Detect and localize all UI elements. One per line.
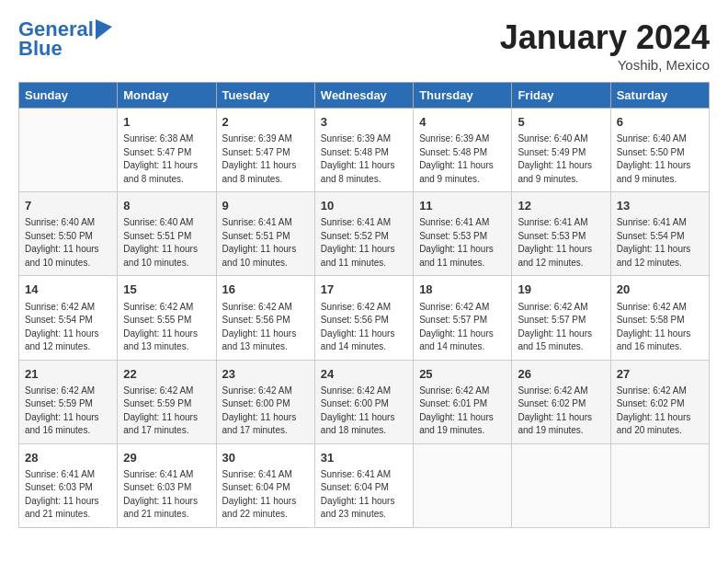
calendar-cell: 19Sunrise: 6:42 AMSunset: 5:57 PMDayligh… [512, 276, 610, 360]
calendar-cell: 15Sunrise: 6:42 AMSunset: 5:55 PMDayligh… [118, 276, 216, 360]
calendar-cell: 8Sunrise: 6:40 AMSunset: 5:51 PMDaylight… [118, 192, 216, 276]
location-subtitle: Yoshib, Mexico [500, 57, 710, 73]
day-info: Sunrise: 6:42 AMSunset: 5:54 PMDaylight:… [25, 301, 111, 354]
day-info: Sunrise: 6:39 AMSunset: 5:48 PMDaylight:… [321, 132, 407, 186]
day-number: 23 [222, 366, 309, 383]
day-info: Sunrise: 6:41 AMSunset: 5:54 PMDaylight:… [617, 216, 703, 270]
weekday-header-thursday: Thursday [414, 83, 512, 109]
calendar-cell: 10Sunrise: 6:41 AMSunset: 5:52 PMDayligh… [314, 192, 413, 276]
page-header: General Blue January 2024 Yoshib, Mexico [18, 18, 710, 73]
day-info: Sunrise: 6:39 AMSunset: 5:47 PMDaylight:… [222, 132, 309, 186]
calendar-cell: 31Sunrise: 6:41 AMSunset: 6:04 PMDayligh… [314, 443, 413, 527]
day-number: 2 [222, 114, 309, 131]
day-info: Sunrise: 6:41 AMSunset: 5:51 PMDaylight:… [222, 216, 309, 270]
day-number: 7 [25, 198, 111, 214]
day-info: Sunrise: 6:42 AMSunset: 5:56 PMDaylight:… [321, 301, 407, 354]
day-number: 25 [419, 366, 506, 383]
day-info: Sunrise: 6:41 AMSunset: 6:04 PMDaylight:… [222, 468, 309, 522]
calendar-cell: 5Sunrise: 6:40 AMSunset: 5:49 PMDaylight… [512, 109, 610, 192]
calendar-cell: 7Sunrise: 6:40 AMSunset: 5:50 PMDaylight… [19, 192, 118, 276]
day-info: Sunrise: 6:42 AMSunset: 5:58 PMDaylight:… [617, 301, 703, 354]
weekday-header-sunday: Sunday [19, 83, 118, 109]
day-info: Sunrise: 6:41 AMSunset: 5:53 PMDaylight:… [518, 216, 604, 270]
day-info: Sunrise: 6:42 AMSunset: 5:55 PMDaylight:… [123, 301, 210, 354]
day-number: 17 [321, 282, 407, 298]
calendar-week-row: 7Sunrise: 6:40 AMSunset: 5:50 PMDaylight… [19, 192, 710, 276]
calendar-cell: 6Sunrise: 6:40 AMSunset: 5:50 PMDaylight… [610, 109, 709, 192]
title-block: January 2024 Yoshib, Mexico [500, 18, 710, 73]
calendar-cell [414, 443, 512, 527]
calendar-cell: 16Sunrise: 6:42 AMSunset: 5:56 PMDayligh… [216, 276, 314, 360]
month-title: January 2024 [500, 18, 710, 57]
day-info: Sunrise: 6:42 AMSunset: 6:02 PMDaylight:… [518, 385, 604, 438]
calendar-cell: 4Sunrise: 6:39 AMSunset: 5:48 PMDaylight… [414, 109, 512, 192]
calendar-cell: 26Sunrise: 6:42 AMSunset: 6:02 PMDayligh… [512, 360, 610, 443]
weekday-header-saturday: Saturday [610, 83, 709, 109]
day-number: 20 [617, 282, 703, 298]
logo-icon [96, 19, 112, 40]
day-number: 18 [419, 282, 506, 298]
day-number: 30 [222, 450, 309, 466]
day-number: 27 [617, 366, 703, 383]
day-info: Sunrise: 6:42 AMSunset: 6:00 PMDaylight:… [321, 385, 407, 438]
day-number: 29 [123, 450, 210, 466]
day-number: 19 [518, 282, 604, 298]
calendar-cell: 24Sunrise: 6:42 AMSunset: 6:00 PMDayligh… [314, 360, 413, 443]
logo: General Blue [18, 18, 112, 61]
calendar-cell: 12Sunrise: 6:41 AMSunset: 5:53 PMDayligh… [512, 192, 610, 276]
day-number: 24 [321, 366, 407, 383]
day-info: Sunrise: 6:41 AMSunset: 6:03 PMDaylight:… [123, 468, 210, 522]
calendar-cell: 2Sunrise: 6:39 AMSunset: 5:47 PMDaylight… [216, 109, 314, 192]
calendar-cell: 27Sunrise: 6:42 AMSunset: 6:02 PMDayligh… [610, 360, 709, 443]
day-number: 21 [25, 366, 111, 383]
calendar-cell: 14Sunrise: 6:42 AMSunset: 5:54 PMDayligh… [19, 276, 118, 360]
day-number: 9 [222, 198, 309, 214]
weekday-header-tuesday: Tuesday [216, 83, 314, 109]
weekday-header-row: SundayMondayTuesdayWednesdayThursdayFrid… [19, 83, 710, 109]
calendar-cell: 29Sunrise: 6:41 AMSunset: 6:03 PMDayligh… [118, 443, 216, 527]
calendar-cell: 28Sunrise: 6:41 AMSunset: 6:03 PMDayligh… [19, 443, 118, 527]
calendar-cell: 1Sunrise: 6:38 AMSunset: 5:47 PMDaylight… [118, 109, 216, 192]
calendar-cell: 25Sunrise: 6:42 AMSunset: 6:01 PMDayligh… [414, 360, 512, 443]
day-info: Sunrise: 6:40 AMSunset: 5:50 PMDaylight:… [617, 132, 703, 186]
calendar-cell: 22Sunrise: 6:42 AMSunset: 5:59 PMDayligh… [118, 360, 216, 443]
day-number: 12 [518, 198, 604, 214]
day-number: 28 [25, 450, 111, 466]
day-number: 13 [617, 198, 703, 214]
calendar-cell: 23Sunrise: 6:42 AMSunset: 6:00 PMDayligh… [216, 360, 314, 443]
day-info: Sunrise: 6:39 AMSunset: 5:48 PMDaylight:… [419, 132, 506, 186]
calendar-cell: 21Sunrise: 6:42 AMSunset: 5:59 PMDayligh… [19, 360, 118, 443]
weekday-header-monday: Monday [118, 83, 216, 109]
day-number: 14 [25, 282, 111, 298]
calendar-cell [610, 443, 709, 527]
day-info: Sunrise: 6:42 AMSunset: 5:57 PMDaylight:… [518, 301, 604, 354]
calendar-week-row: 1Sunrise: 6:38 AMSunset: 5:47 PMDaylight… [19, 109, 710, 192]
day-info: Sunrise: 6:42 AMSunset: 5:56 PMDaylight:… [222, 301, 309, 354]
day-info: Sunrise: 6:42 AMSunset: 5:59 PMDaylight:… [25, 385, 111, 438]
calendar-cell: 11Sunrise: 6:41 AMSunset: 5:53 PMDayligh… [414, 192, 512, 276]
day-number: 6 [617, 114, 703, 131]
day-number: 22 [123, 366, 210, 383]
day-info: Sunrise: 6:42 AMSunset: 6:01 PMDaylight:… [419, 385, 506, 438]
day-number: 11 [419, 198, 506, 214]
day-number: 26 [518, 366, 604, 383]
day-number: 10 [321, 198, 407, 214]
day-info: Sunrise: 6:41 AMSunset: 5:53 PMDaylight:… [419, 216, 506, 270]
day-number: 1 [123, 114, 210, 131]
calendar-cell [19, 109, 118, 192]
day-info: Sunrise: 6:40 AMSunset: 5:51 PMDaylight:… [123, 216, 210, 270]
day-info: Sunrise: 6:40 AMSunset: 5:50 PMDaylight:… [25, 216, 111, 270]
calendar-cell: 18Sunrise: 6:42 AMSunset: 5:57 PMDayligh… [414, 276, 512, 360]
day-number: 4 [419, 114, 506, 131]
day-number: 16 [222, 282, 309, 298]
weekday-header-friday: Friday [512, 83, 610, 109]
calendar-week-row: 28Sunrise: 6:41 AMSunset: 6:03 PMDayligh… [19, 443, 710, 527]
calendar-cell: 9Sunrise: 6:41 AMSunset: 5:51 PMDaylight… [216, 192, 314, 276]
calendar-week-row: 21Sunrise: 6:42 AMSunset: 5:59 PMDayligh… [19, 360, 710, 443]
calendar-cell [512, 443, 610, 527]
calendar-cell: 13Sunrise: 6:41 AMSunset: 5:54 PMDayligh… [610, 192, 709, 276]
day-number: 3 [321, 114, 407, 131]
svg-marker-0 [96, 19, 112, 40]
day-info: Sunrise: 6:42 AMSunset: 6:02 PMDaylight:… [617, 385, 703, 438]
day-info: Sunrise: 6:41 AMSunset: 6:03 PMDaylight:… [25, 468, 111, 522]
